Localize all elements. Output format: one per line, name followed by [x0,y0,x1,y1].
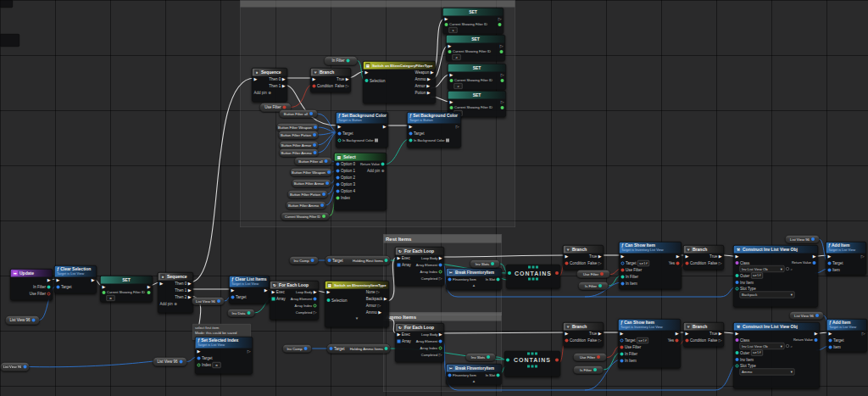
pill-inv-comp[interactable]: Inv Comp [282,344,312,353]
completed-pin[interactable]: ▷ [439,276,442,281]
pill-is-filter[interactable]: Is Filter [578,282,609,290]
pill-button-filter-all[interactable]: Button Filter all [294,157,332,165]
target-pin[interactable] [621,262,625,265]
exec-out-pin[interactable]: ▷ [862,332,865,336]
exec-out-pin[interactable]: ▷ [861,254,865,259]
exec-out-pin[interactable]: ▶ [815,332,818,336]
node-switch-inventory-item-type[interactable]: ▤Switch on EInventoryItemType ▶ Selectio… [325,281,389,327]
pill-list-view-96[interactable]: List View 96 [0,362,30,371]
node-sequence-main[interactable]: »Sequence ▶Then 0▶ Then 1▶ Then 2▶ Add p… [158,272,193,313]
exec-in-pin[interactable]: ▶ [686,332,689,336]
inv-item-pin[interactable] [736,358,739,361]
value-out-pin[interactable] [500,50,504,53]
value-in-pin[interactable] [450,79,453,82]
pill-list-view-96[interactable]: List View 96 [785,235,820,243]
array-element-pin[interactable] [439,340,442,343]
target-pin[interactable] [57,286,60,289]
pill-list-view-96[interactable]: List View 96 [153,357,187,366]
pin[interactable] [32,319,36,322]
array-index-pin[interactable] [314,304,317,308]
value-in-pin[interactable] [448,50,452,53]
true-pin[interactable]: ▶ [598,254,602,259]
finventory-item-pin[interactable] [448,278,452,282]
node-break-inventory-item-rest[interactable]: ✂Break FInventoryItem FInventory ItemIn … [446,268,502,290]
pin[interactable] [217,299,220,303]
node-sequence-top[interactable]: »Sequence ▶Then 0▶ Then 1▶ Add pin⊕ [252,68,287,102]
pill-current-showing-filter-id[interactable]: Current Showing Filter ID [281,212,330,220]
exec-in-pin[interactable]: ▶ [231,288,235,293]
outer-pin[interactable] [736,274,739,277]
node-add-item-ammo[interactable]: ƒ Add ItemTarget is List View ▶▷ Target … [826,319,867,352]
exec-in-pin[interactable]: ▶ [686,254,689,259]
node-contains-rest[interactable]: CONTAINS [506,265,560,288]
value-box[interactable]: 0 [107,295,115,301]
pin[interactable] [283,106,287,109]
exec-out-pin[interactable]: ▶ [264,288,268,293]
exec-in-pin[interactable]: ▶ [565,254,569,259]
slot-type-pin[interactable] [736,287,739,290]
target-pin[interactable] [829,339,832,343]
pill-button-filter-ammo[interactable]: Button Filter Ammo [279,148,319,157]
search-icon[interactable]: ⌕ [791,266,793,271]
pill-list-view-96[interactable]: List View 96 [789,311,824,320]
completed-pin[interactable]: ▷ [439,353,442,357]
exec-out-pin[interactable]: ▶ [676,254,680,259]
getter-holding-ammo-items[interactable]: TargetHolding Ammo Items [326,343,391,354]
value-out-pin[interactable] [501,106,504,109]
value-out-pin[interactable] [147,291,151,294]
exec-in-pin[interactable]: ▶ [448,44,452,48]
exec-in-pin[interactable]: ▶ [736,332,739,336]
exec-out-pin[interactable]: ▷ [248,349,251,354]
node-construct-inv-list-view-ammo[interactable]: ⚒Construct Inv List View Obj ▶▶ ClassRet… [733,322,820,388]
condition-pin[interactable] [686,262,689,265]
pill-list-view-96[interactable]: List View 96 [5,315,40,325]
pin[interactable] [311,259,314,262]
target-pin[interactable] [330,347,333,350]
class-pin[interactable] [736,338,739,342]
use-filter-pin[interactable] [620,346,624,349]
node-branch-rest-2[interactable]: ⑂Branch ▶True▶ ConditionFalse▷ [683,245,724,270]
exec-in-pin[interactable]: ▶ [103,285,106,289]
pill-button-filter-all[interactable]: Button Filter all [279,109,318,118]
armor-pin[interactable]: ▷ [377,304,381,308]
then1-pin[interactable]: ▶ [282,84,286,88]
exec-in-pin[interactable]: ▶ [57,278,60,282]
pin[interactable] [322,215,326,218]
blueprint-graph-canvas[interactable]: Rest Items Ammo Items [0,0,868,396]
out-pin[interactable] [385,259,388,262]
node-set-current-filter-0[interactable]: SET ▶▶ Current Showing Filter ID 0 [100,276,153,302]
pill-button-filter-armor[interactable]: Button Filter Armor [292,179,331,187]
node-switch-item-category[interactable]: ▤Switch on EItemCategoryFilterType ▶ Sel… [363,61,436,103]
pin[interactable] [320,204,324,207]
selection-pin[interactable] [327,298,331,302]
exec-out-pin[interactable]: ▶ [147,285,151,289]
in-item-pin[interactable] [621,282,625,286]
false-pin[interactable]: ▷ [346,84,349,88]
pill-button-filter-potion[interactable]: Button Filter Potion [287,190,328,198]
array-pin[interactable] [398,264,401,267]
search-icon[interactable]: ⌕ [791,343,793,349]
loop-body-pin[interactable]: ▶ [439,256,442,260]
target-self-box[interactable]: self [637,337,648,343]
exec-out-pin[interactable]: ▷ [501,73,504,77]
pill-inv-slots[interactable]: Inv Slots [465,353,496,361]
exec-in-pin[interactable]: ▶ [365,70,369,75]
slot-type-dropdown[interactable]: Ammo▾ [740,369,795,376]
potion-pin[interactable]: ▶ [427,91,431,95]
value-box[interactable]: 4 [453,54,461,60]
exec-in-pin[interactable]: ▶ [398,332,401,337]
weapon-pin[interactable]: ▶ [431,70,434,75]
exec-in-pin[interactable]: ▶ [160,282,164,286]
node-can-show-item-rest[interactable]: ƒ Can Show ItemTarget is Inventory List … [619,242,682,289]
in-background-color-pin[interactable] [338,139,342,142]
pin[interactable] [313,133,316,137]
chevron-up-icon[interactable]: ▲ [447,283,502,287]
pin[interactable] [347,59,350,63]
option2-pin[interactable] [337,176,340,180]
pin[interactable] [491,262,494,265]
outer-self-box[interactable]: self [751,273,763,279]
loop-body-pin[interactable]: ▶ [314,290,317,294]
chevron-up-icon[interactable]: ▲ [447,379,502,383]
pill-button-filter-ammo[interactable]: Button Filter Ammo [286,201,326,209]
node-for-each-loop-ammo[interactable]: ↻For Each Loop ▶ExecLoop Body▶ ArrayArra… [395,323,444,362]
